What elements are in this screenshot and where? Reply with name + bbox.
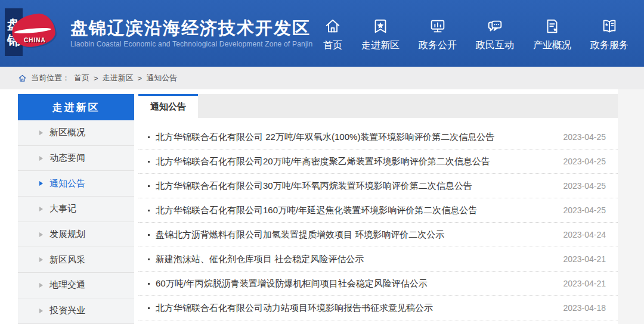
bullet-icon xyxy=(148,283,150,285)
sidebar-item-label: 地理交通 xyxy=(49,279,85,291)
notice-title: 北方华锦联合石化有限公司160万吨/年延迟焦化装置环境影响评价第二次信息公告 xyxy=(156,205,555,216)
sidebar-item-label: 动态要闻 xyxy=(49,152,85,164)
bullet-icon xyxy=(148,258,150,260)
sidebar-item-label: 大事记 xyxy=(49,203,76,214)
notice-row[interactable]: 盘锦北方沥背燃料有限公司加氢装置提质增效项目 环境影响评价二次公示 2023-0… xyxy=(138,223,618,247)
arrow-right-icon xyxy=(39,257,43,262)
notice-title: 北方华锦联合石化有限公司30万吨/年环氧丙烷装置环境影响评价第二次信息公告 xyxy=(156,180,555,192)
breadcrumb-prefix: 当前位置： xyxy=(31,73,70,83)
tab-notices[interactable]: 通知公告 xyxy=(138,94,198,118)
document-star-icon xyxy=(543,17,561,35)
notice-title: 新建泡沫站、催化剂仓库项目 社会稳定风险评估公示 xyxy=(156,254,555,265)
nav-item[interactable]: 政务公开 xyxy=(419,17,457,52)
nav-item[interactable]: 政务服务 xyxy=(590,17,628,52)
bullet-icon xyxy=(148,210,150,211)
sidebar-item[interactable]: 投资兴业 xyxy=(18,298,134,324)
notice-date: 2023-04-25 xyxy=(563,205,618,215)
nav-item-label: 政务服务 xyxy=(590,39,628,52)
nav-item-label: 走进新区 xyxy=(361,39,400,52)
book-star-icon xyxy=(600,17,618,35)
breadcrumb-separator: > xyxy=(94,74,98,83)
nav-item-label: 政民互动 xyxy=(476,39,514,52)
arrow-right-icon xyxy=(39,207,43,211)
bullet-icon xyxy=(148,136,150,138)
sidebar-item-label: 通知公告 xyxy=(49,178,85,189)
nav-item[interactable]: 产业概况 xyxy=(533,17,571,52)
sidebar-item-label: 投资兴业 xyxy=(49,305,85,316)
breadcrumb-separator: > xyxy=(138,74,143,83)
breadcrumb-section[interactable]: 走进新区 xyxy=(103,73,134,83)
notice-date: 2023-04-24 xyxy=(563,230,618,239)
sidebar-item-label: 发展规划 xyxy=(49,229,85,240)
notice-date: 2023-04-25 xyxy=(563,181,618,191)
breadcrumb-current[interactable]: 通知公告 xyxy=(146,73,177,83)
bullet-icon xyxy=(148,161,150,163)
notice-title: 盘锦北方沥背燃料有限公司加氢装置提质增效项目 环境影响评价二次公示 xyxy=(156,229,555,241)
sidebar-item[interactable]: 地理交通 xyxy=(18,273,134,298)
bullet-icon xyxy=(148,234,150,236)
arrow-right-icon xyxy=(39,309,43,313)
arrow-right-icon xyxy=(39,181,43,186)
nav-item-label: 产业概况 xyxy=(533,39,571,52)
logo-china-label: CHINA xyxy=(24,37,46,43)
monitor-chart-icon xyxy=(429,17,447,35)
sidebar-menu: 新区概况 动态要闻 通知公告 大事记 xyxy=(18,120,134,324)
tab-bar: 通知公告 xyxy=(138,94,618,118)
notice-title: 60万吨/年丙烷脱沥青装置增设防爆机柜间项目社会稳定风险评估公示 xyxy=(156,278,555,289)
notice-date: 2023-04-21 xyxy=(563,254,618,264)
breadcrumb-home[interactable]: 首页 xyxy=(74,73,89,83)
arrow-right-icon xyxy=(39,232,43,237)
home-icon xyxy=(18,74,27,83)
main-nav: 首页 走进新区 政务公开 政民互动 产业概况 xyxy=(323,15,644,52)
arrow-right-icon xyxy=(39,283,43,288)
notice-title: 北方华锦联合石化有限公司 22万吨/年双氧水(100%)装置环境影响评价第二次信… xyxy=(156,132,555,143)
home-icon xyxy=(324,17,342,35)
notice-row[interactable]: 北方华锦联合石化有限公司 22万吨/年双氧水(100%)装置环境影响评价第二次信… xyxy=(138,125,618,149)
notice-date: 2023-04-21 xyxy=(563,279,618,288)
sidebar-item-label: 新区概况 xyxy=(49,127,85,138)
bullet-icon xyxy=(148,307,150,309)
arrow-right-icon xyxy=(39,130,43,135)
nav-item[interactable]: 首页 xyxy=(323,17,342,52)
sidebar-item[interactable]: 新区概况 xyxy=(18,120,134,146)
arrow-right-icon xyxy=(39,156,43,161)
site-title: 盘锦辽滨沿海经济技术开发区 xyxy=(70,18,313,38)
nav-item-label: 首页 xyxy=(323,39,342,52)
nav-item-label: 政务公开 xyxy=(419,39,457,52)
site-logo: 盘 锦 CHINA xyxy=(5,2,64,64)
sidebar: 走进新区 新区概况 动态要闻 通知公告 xyxy=(18,94,134,324)
chat-bubbles-icon xyxy=(486,17,504,35)
notice-row[interactable]: 北方华锦联合石化有限公司动力站项目环境影响报告书征求意见稿公示 2023-04-… xyxy=(138,296,618,320)
sidebar-item[interactable]: 发展规划 xyxy=(18,222,134,248)
nav-item[interactable]: 走进新区 xyxy=(361,17,400,52)
nav-item[interactable]: 政民互动 xyxy=(476,17,514,52)
bullet-icon xyxy=(148,185,150,187)
main-panel: 通知公告 北方华锦联合石化有限公司 22万吨/年双氧水(100%)装置环境影响评… xyxy=(138,94,618,324)
sidebar-item-label: 新区风采 xyxy=(49,254,85,266)
site-subtitle: Liaobin Coastal Economic and Technologic… xyxy=(70,40,313,48)
notice-date: 2023-04-25 xyxy=(563,157,618,166)
sidebar-item[interactable]: 新区风采 xyxy=(18,247,134,273)
notice-title: 北方华锦联合石化有限公司20万吨/年高密度聚乙烯装置环境影响评价第二次信息公告 xyxy=(156,156,555,167)
sidebar-item[interactable]: 大事记 xyxy=(18,197,134,222)
content-area: 走进新区 新区概况 动态要闻 通知公告 xyxy=(18,94,644,324)
notice-row[interactable]: 北方华锦联合石化有限公司160万吨/年延迟焦化装置环境影响评价第二次信息公告 2… xyxy=(138,198,618,223)
notice-list: 北方华锦联合石化有限公司 22万吨/年双氧水(100%)装置环境影响评价第二次信… xyxy=(138,118,618,320)
site-titles: 盘锦辽滨沿海经济技术开发区 Liaobin Coastal Economic a… xyxy=(70,18,313,48)
breadcrumb: 当前位置： 首页 > 走进新区 > 通知公告 xyxy=(0,67,644,89)
notice-row[interactable]: 北方华锦联合石化有限公司30万吨/年环氧丙烷装置环境影响评价第二次信息公告 20… xyxy=(138,174,618,198)
notice-date: 2023-04-18 xyxy=(563,303,618,313)
sidebar-item[interactable]: 通知公告 xyxy=(18,171,134,197)
site-header: 盘 锦 CHINA 盘锦辽滨沿海经济技术开发区 Liaobin Coastal … xyxy=(0,0,644,67)
notice-row[interactable]: 60万吨/年丙烷脱沥青装置增设防爆机柜间项目社会稳定风险评估公示 2023-04… xyxy=(138,272,618,296)
notice-title: 北方华锦联合石化有限公司动力站项目环境影响报告书征求意见稿公示 xyxy=(156,303,555,314)
notice-row[interactable]: 北方华锦联合石化有限公司20万吨/年高密度聚乙烯装置环境影响评价第二次信息公告 … xyxy=(138,149,618,174)
notice-row[interactable]: 新建泡沫站、催化剂仓库项目 社会稳定风险评估公示 2023-04-21 xyxy=(138,247,618,272)
sidebar-header: 走进新区 xyxy=(18,94,134,120)
bookmark-star-icon xyxy=(371,17,389,35)
notice-date: 2023-04-25 xyxy=(563,132,618,142)
sidebar-item[interactable]: 动态要闻 xyxy=(18,146,134,172)
